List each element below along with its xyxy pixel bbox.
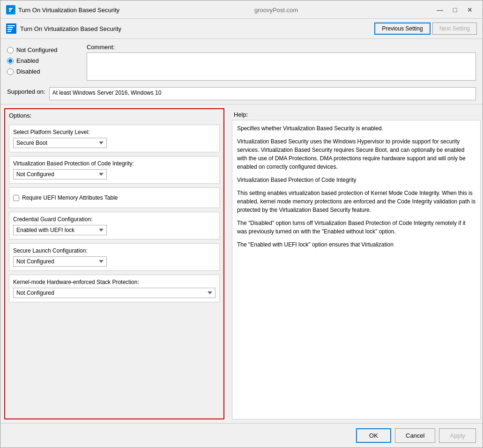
kernel-stack-dropdown[interactable]: Not Configured Enabled in audit mode Ena… [13,288,215,298]
disabled-label: Disabled [16,68,40,75]
svg-rect-8 [7,31,11,32]
help-para-2: Virtualization Based Security uses the W… [237,137,476,171]
supported-value: At least Windows Server 2016, Windows 10 [49,87,476,100]
supported-label: Supported on: [7,87,45,95]
credential-guard-dropdown[interactable]: Not Configured Enabled with UEFI lock En… [13,225,107,235]
vbs-dropdown[interactable]: Not Configured Enabled without lock Enab… [13,169,107,179]
help-para-6: The "Enabled with UEFI lock" option ensu… [237,240,476,249]
lower-section: Options: Select Platform Security Level:… [0,104,483,423]
ok-button[interactable]: OK [356,428,391,443]
secure-launch-dropdown[interactable]: Not Configured Enabled Disabled [13,256,107,267]
secure-launch-group: Secure Launch Configuration: Not Configu… [9,243,220,271]
svg-rect-5 [7,25,15,26]
not-configured-label: Not Configured [16,46,57,53]
kernel-stack-label: Kernel-mode Hardware-enforced Stack Prot… [13,279,215,285]
platform-level-group: Select Platform Security Level: Secure B… [9,125,220,152]
title-bar-left: Turn On Virtualization Based Security [6,5,119,15]
prev-setting-button[interactable]: Previous Setting [374,22,430,35]
help-para-1: Specifies whether Virtualization Based S… [237,124,476,133]
close-button[interactable]: ✕ [463,4,477,15]
options-content: Select Platform Security Level: Secure B… [5,121,223,306]
help-para-4: This setting enables virtualization base… [237,189,476,214]
help-scrollable[interactable]: Specifies whether Virtualization Based S… [232,120,481,419]
svg-rect-4 [6,23,16,34]
svg-rect-2 [9,9,12,10]
enabled-radio[interactable] [7,58,14,64]
secure-launch-label: Secure Launch Configuration: [13,247,215,254]
help-panel: Help: Specifies whether Virtualization B… [228,105,483,423]
not-configured-radio[interactable] [7,47,14,53]
header-bar: Turn On Virtualization Based Security Pr… [0,19,483,39]
comment-section: Comment: [87,44,476,81]
main-window: Turn On Virtualization Based Security gr… [0,0,483,448]
next-setting-button[interactable]: Next Setting [432,22,477,35]
uefi-checkbox-item[interactable]: Require UEFI Memory Attributes Table [13,192,215,204]
help-para-5: The "Disabled" option turns off Virtuali… [237,219,476,236]
svg-rect-3 [9,11,11,12]
comment-textarea[interactable] [87,52,476,81]
help-title: Help: [230,108,483,120]
svg-rect-1 [9,8,13,9]
site-label: groovyPost.com [119,7,433,14]
window-controls: — □ ✕ [433,4,477,15]
policy-icon [6,23,16,34]
app-icon [6,5,15,15]
nav-buttons: Previous Setting Next Setting [374,22,477,35]
content-area: Not Configured Enabled Disabled Comment:… [0,39,483,423]
comment-label: Comment: [87,44,476,51]
options-panel: Options: Select Platform Security Level:… [4,108,224,419]
header-title: Turn On Virtualization Based Security [20,25,121,32]
vbs-group: Virtualization Based Protection of Code … [9,156,220,184]
uefi-checkbox-label: Require UEFI Memory Attributes Table [22,194,118,201]
title-bar: Turn On Virtualization Based Security gr… [0,0,483,19]
credential-guard-group: Credential Guard Configuration: Not Conf… [9,212,220,239]
disabled-option[interactable]: Disabled [7,68,82,75]
help-para-3: Virtualization Based Protection of Code … [237,176,476,184]
minimize-button[interactable]: — [433,4,447,15]
radio-group: Not Configured Enabled Disabled [7,44,82,81]
platform-level-label: Select Platform Security Level: [13,129,215,135]
uefi-group: Require UEFI Memory Attributes Table [9,187,220,208]
apply-button[interactable]: Apply [439,428,476,443]
help-text: Specifies whether Virtualization Based S… [232,120,480,257]
svg-rect-6 [7,27,13,28]
credential-guard-label: Credential Guard Configuration: [13,216,215,223]
vbs-label: Virtualization Based Protection of Code … [13,160,215,167]
header-left: Turn On Virtualization Based Security [6,23,121,34]
supported-section: Supported on: At least Windows Server 20… [0,85,483,104]
svg-rect-7 [7,29,12,30]
kernel-stack-group: Kernel-mode Hardware-enforced Stack Prot… [9,275,220,302]
uefi-checkbox[interactable] [13,195,19,201]
options-title: Options: [5,109,223,121]
window-title: Turn On Virtualization Based Security [18,7,119,14]
enabled-label: Enabled [16,57,39,64]
top-section: Not Configured Enabled Disabled Comment: [0,39,483,85]
maximize-button[interactable]: □ [448,4,462,15]
cancel-button[interactable]: Cancel [395,428,435,443]
footer: OK Cancel Apply [0,423,483,448]
enabled-option[interactable]: Enabled [7,57,82,64]
platform-level-dropdown[interactable]: Secure Boot Secure Boot and DMA Protecti… [13,138,107,148]
disabled-radio[interactable] [7,68,14,75]
not-configured-option[interactable]: Not Configured [7,46,82,53]
